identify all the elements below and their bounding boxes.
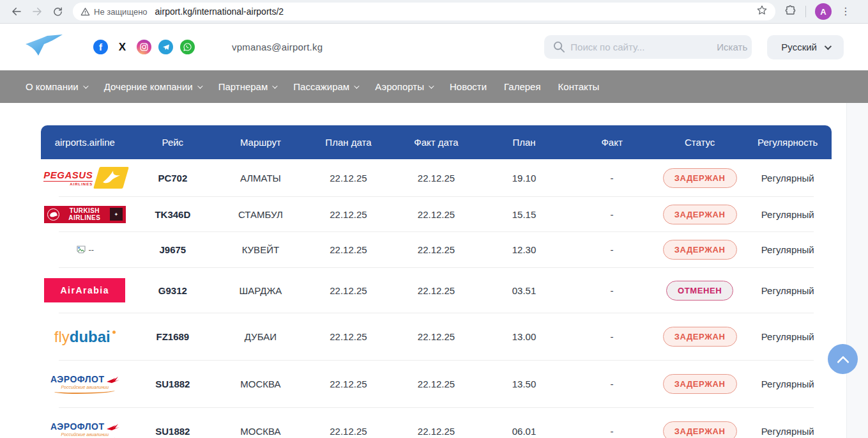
flight-number: PC702	[129, 173, 217, 184]
fact-time: -	[568, 426, 656, 437]
route: АЛМАТЫ	[217, 173, 305, 184]
table-row: АЭРОФЛОТ Российские авиалинии SU1882 МОС…	[41, 361, 832, 407]
status-badge: ЗАДЕРЖАН	[663, 421, 737, 438]
flights-table: airports.airline Рейс Маршрут План дата …	[41, 125, 832, 438]
warning-icon	[80, 7, 90, 17]
chevron-down-icon	[429, 83, 434, 88]
flight-number: FZ1689	[129, 331, 217, 342]
nav-item-gallery[interactable]: Галерея	[504, 81, 541, 92]
table-row: PEGASUS AIRLINES PC702 АЛМАТЫ 22.12.25 2…	[41, 159, 832, 196]
nav-item-subsidiaries[interactable]: Дочерние компании	[104, 81, 201, 92]
col-status: Статус	[656, 137, 744, 148]
contact-email[interactable]: vpmanas@airport.kg	[232, 42, 323, 52]
route: КУВЕЙТ	[217, 244, 305, 255]
search-button[interactable]: Искать	[703, 35, 752, 59]
aeroflot-wing-icon	[107, 375, 119, 383]
chevron-down-icon	[825, 42, 832, 49]
reload-button[interactable]	[47, 1, 68, 22]
site-search: Искать	[544, 35, 752, 59]
plan-date: 22.12.25	[305, 379, 393, 389]
status-badge: ОТМЕНЕН	[666, 281, 733, 301]
flight-number: TK346D	[129, 209, 217, 220]
nav-item-partners[interactable]: Партнерам	[218, 81, 277, 92]
status-badge: ЗАДЕРЖАН	[663, 374, 737, 394]
chevron-down-icon	[83, 83, 88, 88]
airline-logo-aeroflot: АЭРОФЛОТ Российские авиалинии	[41, 374, 129, 394]
turkish-bird-icon	[47, 208, 59, 221]
broken-image-icon	[75, 244, 87, 256]
regularity: Регулярный	[743, 426, 832, 437]
nav-item-contacts[interactable]: Контакты	[558, 81, 600, 92]
route: ШАРДЖА	[217, 285, 305, 296]
chevron-down-icon	[272, 83, 277, 88]
col-airline: airports.airline	[41, 137, 129, 148]
regularity: Регулярный	[743, 331, 832, 342]
col-regularity: Регулярность	[743, 137, 832, 148]
plan-date: 22.12.25	[305, 209, 393, 220]
x-twitter-icon[interactable]: X	[115, 40, 130, 54]
flight-number: G9312	[129, 285, 217, 296]
nav-item-airports[interactable]: Аэропорты	[375, 81, 432, 92]
regularity: Регулярный	[743, 379, 832, 389]
broken-image-alt: --	[88, 245, 94, 254]
col-flight: Рейс	[129, 137, 217, 148]
profile-avatar[interactable]: A	[815, 3, 832, 20]
table-row: АЭРОФЛОТ Российские авиалинии SU1882 МОС…	[41, 408, 832, 438]
site-logo[interactable]	[24, 35, 64, 60]
toolbar-divider	[805, 6, 806, 17]
address-bar[interactable]: Не защищено airport.kg/international-air…	[73, 3, 775, 20]
scrollbar-track[interactable]	[846, 103, 868, 438]
aeroflot-swoosh-icon	[54, 435, 115, 438]
fact-time: -	[568, 379, 656, 389]
airline-logo-turkish: TURKISH AIRLINES ✦	[41, 206, 129, 223]
airline-logo-flydubai: fly dubai	[41, 328, 129, 346]
back-button[interactable]	[6, 1, 27, 22]
col-fact-date: Факт дата	[392, 137, 480, 148]
nav-item-news[interactable]: Новости	[450, 81, 487, 92]
airline-logo-missing: --	[41, 244, 129, 256]
fact-date: 22.12.25	[392, 285, 480, 296]
language-selector[interactable]: Русский	[767, 35, 844, 59]
whatsapp-icon[interactable]	[180, 40, 195, 54]
facebook-icon[interactable]: f	[93, 40, 108, 54]
security-label: Не защищено	[94, 7, 148, 17]
fact-time: -	[568, 209, 656, 220]
url-text[interactable]: airport.kg/international-airports/2	[155, 6, 756, 17]
plan-time: 13.50	[480, 379, 568, 389]
plan-time: 19.10	[480, 173, 568, 184]
col-fact-time: Факт	[568, 137, 656, 148]
extensions-icon[interactable]	[784, 4, 796, 19]
telegram-icon[interactable]	[158, 40, 173, 54]
col-plan-date: План дата	[305, 137, 393, 148]
airline-logo-airarabia: AirArabia	[41, 278, 129, 302]
chevron-down-icon	[197, 83, 202, 88]
social-links: f X	[93, 40, 195, 54]
chevron-down-icon	[354, 83, 359, 88]
plan-date: 22.12.25	[305, 331, 393, 342]
regularity: Регулярный	[743, 209, 832, 220]
forward-button[interactable]	[27, 1, 47, 22]
nav-item-passengers[interactable]: Пассажирам	[293, 81, 358, 92]
nav-item-about[interactable]: О компании	[26, 81, 87, 92]
fact-date: 22.12.25	[392, 209, 480, 220]
plan-date: 22.12.25	[305, 285, 393, 296]
scroll-to-top-button[interactable]	[828, 344, 858, 374]
col-route: Маршрут	[217, 137, 305, 148]
fact-date: 22.12.25	[392, 426, 480, 437]
search-input[interactable]	[565, 42, 703, 52]
fact-time: -	[568, 285, 656, 296]
table-row: AirArabia G9312 ШАРДЖА 22.12.25 22.12.25…	[41, 268, 832, 313]
bookmark-star-icon[interactable]	[756, 4, 768, 19]
status-badge: ЗАДЕРЖАН	[663, 327, 737, 347]
table-row: TURKISH AIRLINES ✦ TK346D СТАМБУЛ 22.12.…	[41, 197, 832, 231]
instagram-icon[interactable]	[137, 40, 151, 54]
site-security-chip[interactable]: Не защищено	[80, 7, 148, 17]
fact-time: -	[568, 331, 656, 342]
aeroflot-wing-icon	[107, 423, 119, 430]
fact-date: 22.12.25	[392, 331, 480, 342]
route: МОСКВА	[217, 426, 305, 437]
route: СТАМБУЛ	[217, 209, 305, 220]
status-badge: ЗАДЕРЖАН	[663, 168, 737, 188]
browser-menu-icon[interactable]: ⋮	[841, 6, 851, 17]
language-label: Русский	[781, 42, 817, 52]
